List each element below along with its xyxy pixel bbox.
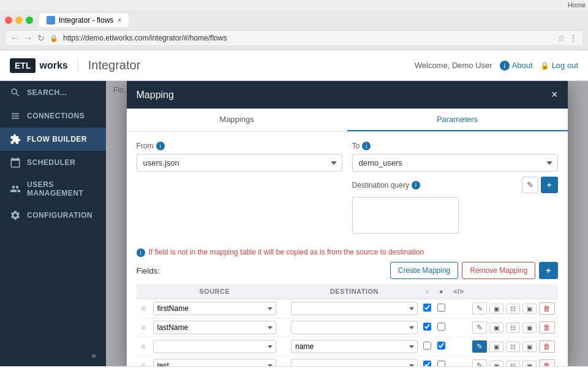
drag-handle-icon[interactable]: ≡	[139, 323, 148, 332]
lock-icon: 🔒	[540, 61, 549, 70]
calendar-icon	[10, 157, 21, 168]
menu-icon[interactable]: ⋮	[569, 33, 578, 43]
checkbox1-3[interactable]	[423, 361, 431, 366]
sidebar-item-configuration[interactable]: CONFIGURATION	[0, 204, 106, 227]
to-label: To i	[352, 142, 558, 150]
home-label: Home	[0, 0, 588, 10]
grid-btn-1[interactable]: ▣	[489, 323, 503, 333]
destination-select-2[interactable]: name	[291, 340, 418, 353]
from-select[interactable]: users.json	[137, 154, 342, 172]
tab-close-btn[interactable]: ×	[117, 16, 121, 25]
destination-cell	[288, 318, 420, 337]
app-title: Integrator	[78, 58, 141, 72]
window-minimize-dot[interactable]	[15, 17, 23, 24]
list-btn-1[interactable]: ☷	[506, 323, 520, 333]
sidebar-item-flow-builder[interactable]: FLOW BUILDER	[0, 128, 106, 151]
dest-query-add-btn[interactable]: +	[541, 177, 558, 193]
to-select[interactable]: demo_users	[352, 154, 558, 172]
from-info-icon[interactable]: i	[156, 142, 165, 150]
to-info-icon[interactable]: i	[362, 142, 371, 150]
checkbox3-cell-2	[448, 337, 469, 356]
source-select-0[interactable]: firstName	[153, 302, 277, 315]
table-btn-2[interactable]: ▣	[522, 342, 537, 352]
delete-btn-1[interactable]: 🗑	[539, 321, 555, 334]
checkbox1-cell-3	[420, 356, 434, 367]
delete-btn-3[interactable]: 🗑	[539, 359, 555, 366]
checkbox2-3[interactable]	[437, 361, 445, 366]
edit-btn-1[interactable]: ✎	[472, 321, 487, 334]
add-mapping-btn[interactable]: +	[539, 262, 557, 279]
modal-header: Mapping ×	[127, 81, 568, 109]
table-btn-1[interactable]: ▣	[522, 323, 537, 333]
checkbox1-cell-1	[420, 318, 434, 337]
sidebar-item-search[interactable]: SEARCH...	[0, 81, 106, 104]
app-logo: ETL works	[10, 58, 68, 73]
grid-btn-2[interactable]: ▣	[489, 342, 503, 352]
source-select-2[interactable]	[153, 340, 277, 353]
sidebar-collapse-btn[interactable]: «	[0, 345, 106, 366]
dest-query-edit-btn[interactable]: ✎	[522, 177, 538, 193]
list-btn-3[interactable]: ☷	[506, 361, 520, 367]
destination-select-3[interactable]	[291, 359, 418, 366]
url-bar[interactable]: https://demo.etlworks.com/integrator/#/h…	[63, 34, 552, 42]
table-row: ≡ firstName ✎	[137, 299, 558, 318]
to-col: To i demo_users Destination query i	[352, 142, 558, 236]
edit-btn-0[interactable]: ✎	[472, 302, 487, 315]
grid-btn-0[interactable]: ▣	[489, 304, 503, 314]
checkbox2-0[interactable]	[437, 304, 445, 312]
tab-favicon	[47, 16, 55, 25]
drag-handle-icon[interactable]: ≡	[139, 361, 148, 366]
fields-header: Fields: Create Mapping Remove Mapping +	[137, 262, 558, 279]
list-btn-0[interactable]: ☷	[506, 304, 520, 314]
checkbox2-1[interactable]	[437, 323, 445, 331]
delete-btn-0[interactable]: 🗑	[539, 302, 555, 315]
sidebar-item-scheduler[interactable]: SCHEDULER	[0, 151, 106, 174]
table-btn-0[interactable]: ▣	[522, 304, 537, 314]
drag-handle-icon[interactable]: ≡	[139, 342, 148, 351]
source-select-3[interactable]: test	[153, 359, 277, 366]
table-btn-3[interactable]: ▣	[522, 361, 537, 367]
source-select-1[interactable]: lastName	[153, 321, 277, 334]
logout-link[interactable]: 🔒 Log out	[540, 61, 578, 70]
checkbox1-1[interactable]	[423, 323, 431, 331]
search-icon	[10, 87, 21, 98]
sidebar-label-flow-builder: FLOW BUILDER	[27, 135, 87, 144]
modal-close-btn[interactable]: ×	[551, 88, 558, 101]
destination-select-0[interactable]	[291, 302, 418, 315]
checkbox1-2[interactable]	[423, 342, 431, 350]
checkbox2-cell-2	[434, 337, 448, 356]
dest-query-textarea[interactable]	[352, 197, 459, 234]
tab-parameters[interactable]: Parameters	[347, 109, 568, 131]
forward-button[interactable]: →	[24, 33, 32, 43]
grid-btn-3[interactable]: ▣	[489, 361, 503, 367]
edit-btn-2[interactable]: ✎	[472, 340, 487, 353]
delete-btn-2[interactable]: 🗑	[539, 340, 555, 353]
remove-mapping-btn[interactable]: Remove Mapping	[462, 262, 535, 279]
table-row: ≡ lastName ✎	[137, 318, 558, 337]
list-btn-2[interactable]: ☷	[506, 342, 520, 352]
about-link[interactable]: i About	[500, 61, 533, 71]
modal-tabs: Mappings Parameters	[127, 109, 568, 132]
checkbox1-0[interactable]	[423, 304, 431, 312]
tab-mappings[interactable]: Mappings	[127, 109, 347, 131]
window-maximize-dot[interactable]	[26, 17, 33, 24]
mapping-modal: Mapping × Mappings Parameters	[127, 81, 568, 366]
sidebar-item-connections[interactable]: CONNECTIONS	[0, 104, 106, 128]
refresh-button[interactable]: ↻	[37, 33, 45, 43]
dest-query-info-icon[interactable]: i	[412, 181, 420, 190]
destination-cell	[288, 299, 420, 318]
destination-select-1[interactable]	[291, 321, 418, 334]
browser-tab[interactable]: Integrator - flows ×	[39, 13, 129, 27]
edit-btn-3[interactable]: ✎	[472, 359, 487, 366]
checkbox2-2[interactable]	[437, 342, 445, 350]
back-button[interactable]: ←	[10, 33, 19, 43]
create-mapping-btn[interactable]: Create Mapping	[390, 262, 458, 279]
sidebar-label-scheduler: SCHEDULER	[27, 158, 75, 167]
sidebar-item-users-management[interactable]: USERS MANAGEMENT	[0, 174, 106, 204]
table-row: ≡ test ✎ ▣	[137, 356, 558, 367]
window-close-dot[interactable]	[5, 17, 12, 24]
bookmark-icon[interactable]: ☆	[557, 33, 565, 43]
drag-handle-icon[interactable]: ≡	[139, 304, 148, 313]
table-row: ≡ name ✎ ▣	[137, 337, 558, 356]
source-cell	[151, 337, 279, 356]
